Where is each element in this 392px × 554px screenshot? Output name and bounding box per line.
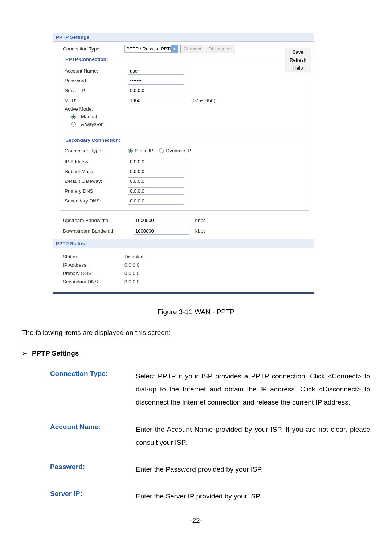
secondary-connection-type-label: Connection Type: [65,148,128,153]
secondary-primary-dns-input[interactable] [128,187,184,195]
downstream-bw-unit: Kbps [195,228,206,234]
status-pdns-label: Primary DNS: [63,271,124,276]
side-button-group: Save Refresh Help [285,48,311,72]
pptp-status-header: PPTP Status [53,239,314,248]
manual-label: Manual [81,114,97,119]
secondary-ip-input[interactable] [128,158,184,165]
status-ip-label: IP Address: [63,262,124,268]
page-number: -22- [22,517,370,525]
def-server-ip: Server IP: Enter the Server IP provided … [50,490,370,503]
active-mode-always-option[interactable]: Always-on [65,122,128,127]
downstream-bw-input[interactable] [134,227,189,235]
help-button[interactable]: Help [285,64,311,72]
server-ip-input[interactable] [128,87,184,94]
subnet-mask-label: Subnet Mask: [65,169,128,174]
server-ip-label: Server IP: [65,88,128,93]
connect-button[interactable]: Connect [180,45,204,53]
chevron-down-icon[interactable]: ▾ [171,45,178,53]
def-server-ip-term: Server IP: [50,490,136,503]
section-heading-text: PPTP Settings [32,349,79,357]
secondary-connection-fieldset: Secondary Connection: Connection Type: S… [60,138,309,211]
status-value: Disabled [124,254,144,259]
pptp-status-block: Status: Disabled IP Address: 0.0.0.0 Pri… [53,248,314,292]
active-mode-label: Active Mode: [65,106,128,112]
radio-checked-icon [71,114,76,119]
status-pdns-value: 0.0.0.0 [124,271,139,276]
status-sdns-value: 0.0.0.0 [124,279,139,284]
status-label: Status: [63,254,124,259]
subnet-mask-input[interactable] [128,168,184,175]
secondary-dynamic-option[interactable]: Dynamic IP [159,148,191,153]
status-ip-value: 0.0.0.0 [124,262,139,268]
radio-checked-icon [128,148,133,153]
connection-type-select[interactable] [124,45,172,53]
dynamic-ip-label: Dynamic IP [166,148,191,153]
figure-caption: Figure 3-11 WAN - PPTP [22,308,370,316]
refresh-button[interactable]: Refresh [285,56,311,64]
def-account-name-term: Account Name: [50,423,136,449]
def-password: Password: Enter the Password provided by… [50,463,370,476]
save-button[interactable]: Save [285,48,311,56]
def-password-term: Password: [50,463,136,476]
downstream-bw-label: Downstream Bandwidth: [63,228,134,234]
secondary-primary-dns-label: Primary DNS: [65,188,128,194]
def-connection-type: Connection Type: Select PPTP if your ISP… [50,370,370,409]
mtu-label: MTU: [65,98,128,103]
def-account-name: Account Name: Enter the Account Name pro… [50,423,370,449]
active-mode-manual-option[interactable]: Manual [65,114,128,119]
pptp-connection-fieldset: PPTP Connection: Account Name: Password:… [60,57,309,133]
static-ip-label: Static IP [135,148,153,153]
upstream-bw-unit: Kbps [195,218,206,223]
def-connection-type-term: Connection Type: [50,370,136,409]
def-account-name-desc: Enter the Account Name provided by your … [136,423,370,449]
secondary-static-option[interactable]: Static IP [128,148,153,153]
default-gateway-label: Default Gateway: [65,178,128,184]
section-heading: ➢ PPTP Settings [22,349,370,357]
default-gateway-input[interactable] [128,177,184,185]
pptp-settings-header: PPTP Settings [53,33,314,42]
def-password-desc: Enter the Password provided by your ISP. [136,463,370,476]
upstream-bw-label: Upstream Bandwidth: [63,218,134,223]
secondary-secondary-dns-label: Secondary DNS: [65,198,128,204]
account-name-input[interactable] [128,67,184,75]
mtu-hint: (576-1460) [191,98,215,103]
upstream-bw-input[interactable] [134,217,189,224]
disconnect-button[interactable]: Disconnect [205,45,235,53]
pptp-connection-legend: PPTP Connection: [65,57,109,62]
password-input[interactable] [128,77,184,85]
secondary-ip-label: IP Address: [65,159,128,164]
radio-unchecked-icon [71,122,76,127]
pptp-config-panel: PPTP Settings Save Refresh Help Connecti… [53,33,314,294]
intro-paragraph: The following items are displayed on thi… [22,327,370,338]
account-name-label: Account Name: [65,68,128,74]
secondary-connection-legend: Secondary Connection: [65,138,121,143]
mtu-input[interactable] [128,97,184,104]
radio-unchecked-icon [159,148,164,153]
def-connection-type-desc: Select PPTP if your ISP provides a PPTP … [136,370,370,409]
connection-type-label: Connection Type: [63,46,124,52]
status-sdns-label: Secondary DNS: [63,279,124,284]
bullet-arrow-icon: ➢ [22,350,27,357]
secondary-secondary-dns-input[interactable] [128,197,184,205]
password-label: Password: [65,78,128,83]
def-server-ip-desc: Enter the Server IP provided by your ISP… [136,490,370,503]
always-on-label: Always-on [81,122,103,127]
